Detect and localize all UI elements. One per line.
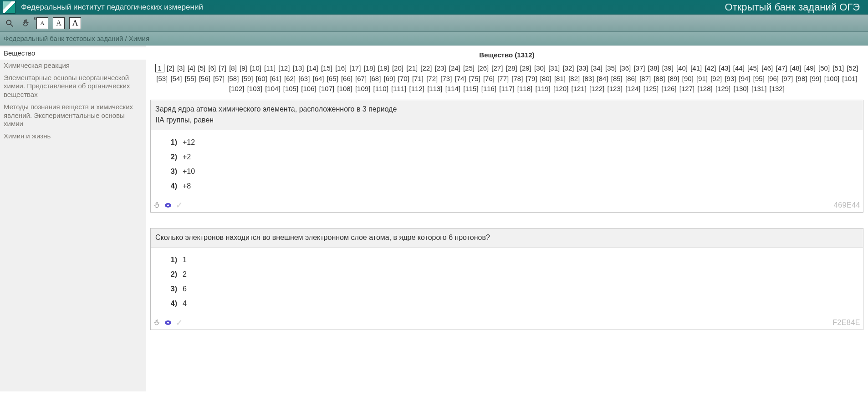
page-link-68[interactable]: [68] <box>369 75 381 82</box>
font-size-small[interactable]: A <box>36 17 48 29</box>
page-link-124[interactable]: [124] <box>625 85 641 92</box>
page-link-52[interactable]: [52] <box>846 64 858 72</box>
page-link-11[interactable]: [11] <box>264 64 276 72</box>
page-link-96[interactable]: [96] <box>767 75 779 82</box>
page-link-100[interactable]: [100] <box>824 75 840 82</box>
page-link-59[interactable]: [59] <box>241 75 253 82</box>
page-link-88[interactable]: [88] <box>653 75 665 82</box>
font-size-medium[interactable]: A <box>53 17 65 29</box>
page-link-80[interactable]: [80] <box>540 75 552 82</box>
sidebar-item-1[interactable]: Химическая реакция <box>0 60 146 72</box>
answer-row[interactable]: 4)4 <box>164 300 854 308</box>
page-link-121[interactable]: [121] <box>571 85 587 92</box>
page-link-107[interactable]: [107] <box>319 85 335 92</box>
add-to-basket-icon[interactable] <box>153 319 161 326</box>
page-link-28[interactable]: [28] <box>505 64 518 72</box>
page-link-122[interactable]: [122] <box>589 85 605 92</box>
page-link-76[interactable]: [76] <box>483 75 495 82</box>
page-link-71[interactable]: [71] <box>412 75 424 82</box>
page-link-30[interactable]: [30] <box>534 64 546 72</box>
sidebar-item-3[interactable]: Методы познания веществ и химических явл… <box>0 101 146 130</box>
page-link-92[interactable]: [92] <box>710 75 722 82</box>
page-link-112[interactable]: [112] <box>409 85 425 92</box>
page-link-48[interactable]: [48] <box>790 64 802 72</box>
page-link-66[interactable]: [66] <box>341 75 353 82</box>
page-link-16[interactable]: [16] <box>335 64 347 72</box>
page-link-97[interactable]: [97] <box>781 75 793 82</box>
page-link-14[interactable]: [14] <box>306 64 319 72</box>
page-link-12[interactable]: [12] <box>278 64 290 72</box>
page-link-78[interactable]: [78] <box>511 75 523 82</box>
page-link-69[interactable]: [69] <box>383 75 396 82</box>
page-link-70[interactable]: [70] <box>398 75 410 82</box>
page-link-113[interactable]: [113] <box>427 85 443 92</box>
page-link-42[interactable]: [42] <box>704 64 716 72</box>
page-link-77[interactable]: [77] <box>497 75 509 82</box>
page-link-120[interactable]: [120] <box>553 85 569 92</box>
page-link-54[interactable]: [54] <box>170 75 182 82</box>
page-link-75[interactable]: [75] <box>469 75 481 82</box>
page-link-35[interactable]: [35] <box>605 64 617 72</box>
check-icon[interactable]: ✓ <box>175 202 183 209</box>
page-link-72[interactable]: [72] <box>426 75 438 82</box>
page-link-58[interactable]: [58] <box>227 75 239 82</box>
page-link-27[interactable]: [27] <box>491 64 503 72</box>
page-link-36[interactable]: [36] <box>619 64 631 72</box>
page-link-131[interactable]: [131] <box>751 85 767 92</box>
page-link-61[interactable]: [61] <box>270 75 282 82</box>
page-link-56[interactable]: [56] <box>199 75 211 82</box>
page-link-40[interactable]: [40] <box>676 64 688 72</box>
page-link-63[interactable]: [63] <box>298 75 310 82</box>
page-link-50[interactable]: [50] <box>818 64 830 72</box>
page-link-5[interactable]: [5] <box>198 64 206 72</box>
page-link-45[interactable]: [45] <box>747 64 759 72</box>
page-link-103[interactable]: [103] <box>247 85 263 92</box>
page-link-127[interactable]: [127] <box>679 85 695 92</box>
page-link-31[interactable]: [31] <box>548 64 560 72</box>
page-link-65[interactable]: [65] <box>327 75 339 82</box>
page-link-123[interactable]: [123] <box>607 85 623 92</box>
page-link-129[interactable]: [129] <box>715 85 731 92</box>
page-link-9[interactable]: [9] <box>239 64 248 72</box>
page-link-21[interactable]: [21] <box>406 64 418 72</box>
page-link-111[interactable]: [111] <box>391 85 407 92</box>
page-link-4[interactable]: [4] <box>187 64 196 72</box>
page-link-126[interactable]: [126] <box>661 85 677 92</box>
sidebar-item-0[interactable]: Вещество <box>0 47 146 60</box>
font-size-large[interactable]: A <box>69 17 81 29</box>
search-button[interactable] <box>4 17 15 29</box>
answer-row[interactable]: 3)+10 <box>164 168 854 176</box>
answer-row[interactable]: 3)6 <box>164 285 854 293</box>
page-link-132[interactable]: [132] <box>769 85 785 92</box>
answer-row[interactable]: 2)2 <box>164 270 854 279</box>
page-link-34[interactable]: [34] <box>591 64 603 72</box>
page-link-128[interactable]: [128] <box>697 85 713 92</box>
page-link-49[interactable]: [49] <box>804 64 816 72</box>
page-link-53[interactable]: [53] <box>156 75 168 82</box>
page-link-115[interactable]: [115] <box>463 85 479 92</box>
sidebar-item-4[interactable]: Химия и жизнь <box>0 130 146 142</box>
page-link-51[interactable]: [51] <box>832 64 844 72</box>
page-link-118[interactable]: [118] <box>517 85 533 92</box>
page-link-33[interactable]: [33] <box>577 64 589 72</box>
page-link-22[interactable]: [22] <box>420 64 432 72</box>
page-link-85[interactable]: [85] <box>611 75 623 82</box>
page-link-91[interactable]: [91] <box>696 75 708 82</box>
page-link-99[interactable]: [99] <box>810 75 822 82</box>
page-link-47[interactable]: [47] <box>775 64 787 72</box>
page-link-116[interactable]: [116] <box>481 85 497 92</box>
answer-row[interactable]: 1)+12 <box>164 138 854 147</box>
page-link-105[interactable]: [105] <box>283 85 299 92</box>
page-link-64[interactable]: [64] <box>312 75 325 82</box>
page-link-86[interactable]: [86] <box>625 75 637 82</box>
page-link-37[interactable]: [37] <box>633 64 645 72</box>
page-link-102[interactable]: [102] <box>229 85 245 92</box>
page-link-39[interactable]: [39] <box>662 64 674 72</box>
answer-row[interactable]: 4)+8 <box>164 182 854 190</box>
check-icon[interactable]: ✓ <box>175 319 183 326</box>
page-link-108[interactable]: [108] <box>337 85 352 92</box>
page-link-110[interactable]: [110] <box>373 85 388 92</box>
page-link-6[interactable]: [6] <box>208 64 216 72</box>
page-link-84[interactable]: [84] <box>597 75 609 82</box>
page-link-119[interactable]: [119] <box>535 85 551 92</box>
